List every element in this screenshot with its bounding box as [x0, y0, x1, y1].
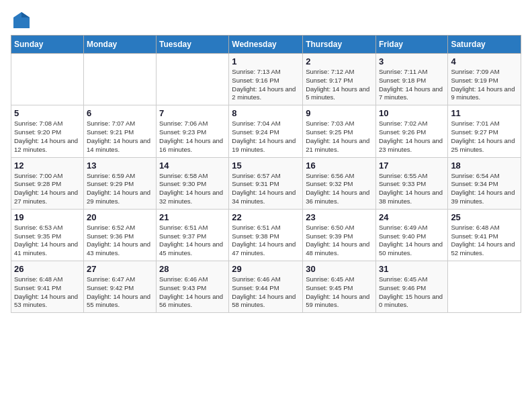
weekday-header-monday: Monday [83, 36, 156, 54]
day-info: Sunrise: 6:51 AM Sunset: 9:37 PM Dayligh… [159, 224, 226, 258]
logo-icon [12, 11, 31, 30]
day-info: Sunrise: 6:46 AM Sunset: 9:44 PM Dayligh… [232, 275, 300, 310]
calendar-cell: 22Sunrise: 6:51 AM Sunset: 9:38 PM Dayli… [229, 209, 303, 261]
day-number: 14 [159, 161, 226, 171]
day-info: Sunrise: 6:55 AM Sunset: 9:33 PM Dayligh… [379, 172, 445, 206]
page-header [11, 11, 521, 30]
calendar-cell: 10Sunrise: 7:02 AM Sunset: 9:26 PM Dayli… [375, 105, 447, 157]
day-number: 8 [232, 108, 300, 118]
weekday-header-wednesday: Wednesday [229, 36, 303, 54]
calendar-cell: 23Sunrise: 6:50 AM Sunset: 9:39 PM Dayli… [303, 209, 376, 261]
weekday-row: SundayMondayTuesdayWednesdayThursdayFrid… [11, 36, 521, 54]
day-info: Sunrise: 6:58 AM Sunset: 9:30 PM Dayligh… [159, 172, 226, 206]
day-number: 22 [232, 212, 300, 222]
day-number: 25 [451, 212, 518, 222]
calendar-cell [448, 261, 521, 313]
calendar-cell: 15Sunrise: 6:57 AM Sunset: 9:31 PM Dayli… [229, 157, 303, 209]
calendar-cell: 13Sunrise: 6:59 AM Sunset: 9:29 PM Dayli… [83, 157, 156, 209]
calendar-cell [11, 54, 84, 105]
calendar-cell: 2Sunrise: 7:12 AM Sunset: 9:17 PM Daylig… [303, 54, 376, 105]
day-number: 21 [159, 212, 226, 222]
logo [11, 11, 31, 30]
calendar-cell: 28Sunrise: 6:46 AM Sunset: 9:43 PM Dayli… [157, 261, 229, 313]
calendar-cell: 20Sunrise: 6:52 AM Sunset: 9:36 PM Dayli… [83, 209, 156, 261]
weekday-header-tuesday: Tuesday [157, 36, 229, 54]
day-info: Sunrise: 6:49 AM Sunset: 9:40 PM Dayligh… [379, 224, 445, 258]
svg-marker-1 [21, 12, 30, 17]
day-number: 2 [306, 56, 373, 66]
day-info: Sunrise: 6:48 AM Sunset: 9:41 PM Dayligh… [14, 275, 81, 310]
day-number: 4 [451, 56, 518, 66]
day-info: Sunrise: 6:56 AM Sunset: 9:32 PM Dayligh… [306, 172, 373, 206]
weekday-header-friday: Friday [375, 36, 447, 54]
calendar-cell [157, 54, 229, 105]
day-info: Sunrise: 6:46 AM Sunset: 9:43 PM Dayligh… [159, 275, 226, 310]
day-number: 19 [14, 212, 81, 222]
day-info: Sunrise: 6:50 AM Sunset: 9:39 PM Dayligh… [306, 224, 373, 258]
day-number: 31 [379, 264, 445, 274]
calendar-header: SundayMondayTuesdayWednesdayThursdayFrid… [11, 36, 521, 54]
calendar-week-2: 5Sunrise: 7:08 AM Sunset: 9:20 PM Daylig… [11, 105, 521, 157]
day-info: Sunrise: 7:07 AM Sunset: 9:21 PM Dayligh… [87, 120, 153, 154]
day-number: 6 [87, 108, 153, 118]
day-number: 29 [232, 264, 300, 274]
day-info: Sunrise: 7:08 AM Sunset: 9:20 PM Dayligh… [14, 120, 81, 154]
calendar-cell: 29Sunrise: 6:46 AM Sunset: 9:44 PM Dayli… [229, 261, 303, 313]
calendar-cell: 18Sunrise: 6:54 AM Sunset: 9:34 PM Dayli… [448, 157, 521, 209]
calendar-cell: 16Sunrise: 6:56 AM Sunset: 9:32 PM Dayli… [303, 157, 376, 209]
calendar-cell: 27Sunrise: 6:47 AM Sunset: 9:42 PM Dayli… [83, 261, 156, 313]
calendar-cell: 1Sunrise: 7:13 AM Sunset: 9:16 PM Daylig… [229, 54, 303, 105]
day-info: Sunrise: 7:02 AM Sunset: 9:26 PM Dayligh… [379, 120, 445, 154]
weekday-header-sunday: Sunday [11, 36, 84, 54]
day-number: 10 [379, 108, 445, 118]
calendar-cell: 7Sunrise: 7:06 AM Sunset: 9:23 PM Daylig… [157, 105, 229, 157]
calendar-body: 1Sunrise: 7:13 AM Sunset: 9:16 PM Daylig… [11, 54, 521, 313]
day-number: 28 [159, 264, 226, 274]
calendar-cell: 24Sunrise: 6:49 AM Sunset: 9:40 PM Dayli… [375, 209, 447, 261]
calendar-cell: 11Sunrise: 7:01 AM Sunset: 9:27 PM Dayli… [448, 105, 521, 157]
day-number: 11 [451, 108, 518, 118]
calendar-week-3: 12Sunrise: 7:00 AM Sunset: 9:28 PM Dayli… [11, 157, 521, 209]
calendar-week-4: 19Sunrise: 6:53 AM Sunset: 9:35 PM Dayli… [11, 209, 521, 261]
calendar-cell: 8Sunrise: 7:04 AM Sunset: 9:24 PM Daylig… [229, 105, 303, 157]
calendar-cell: 5Sunrise: 7:08 AM Sunset: 9:20 PM Daylig… [11, 105, 84, 157]
calendar-cell: 19Sunrise: 6:53 AM Sunset: 9:35 PM Dayli… [11, 209, 84, 261]
day-info: Sunrise: 7:01 AM Sunset: 9:27 PM Dayligh… [451, 120, 518, 154]
day-info: Sunrise: 6:51 AM Sunset: 9:38 PM Dayligh… [232, 224, 300, 258]
day-number: 27 [87, 264, 153, 274]
day-number: 15 [232, 161, 300, 171]
day-info: Sunrise: 7:06 AM Sunset: 9:23 PM Dayligh… [159, 120, 226, 154]
calendar-cell: 12Sunrise: 7:00 AM Sunset: 9:28 PM Dayli… [11, 157, 84, 209]
day-number: 20 [87, 212, 153, 222]
calendar-cell: 17Sunrise: 6:55 AM Sunset: 9:33 PM Dayli… [375, 157, 447, 209]
day-info: Sunrise: 7:09 AM Sunset: 9:19 PM Dayligh… [451, 68, 518, 102]
calendar-cell: 25Sunrise: 6:48 AM Sunset: 9:41 PM Dayli… [448, 209, 521, 261]
day-number: 7 [159, 108, 226, 118]
day-number: 24 [379, 212, 445, 222]
day-info: Sunrise: 6:53 AM Sunset: 9:35 PM Dayligh… [14, 224, 81, 258]
day-info: Sunrise: 6:57 AM Sunset: 9:31 PM Dayligh… [232, 172, 300, 206]
calendar-cell: 26Sunrise: 6:48 AM Sunset: 9:41 PM Dayli… [11, 261, 84, 313]
day-number: 12 [14, 161, 81, 171]
day-number: 18 [451, 161, 518, 171]
calendar-week-5: 26Sunrise: 6:48 AM Sunset: 9:41 PM Dayli… [11, 261, 521, 313]
day-number: 3 [379, 56, 445, 66]
weekday-header-thursday: Thursday [303, 36, 376, 54]
day-info: Sunrise: 6:47 AM Sunset: 9:42 PM Dayligh… [87, 275, 153, 310]
calendar-week-1: 1Sunrise: 7:13 AM Sunset: 9:16 PM Daylig… [11, 54, 521, 105]
calendar-cell: 4Sunrise: 7:09 AM Sunset: 9:19 PM Daylig… [448, 54, 521, 105]
weekday-header-saturday: Saturday [448, 36, 521, 54]
day-number: 16 [306, 161, 373, 171]
day-info: Sunrise: 7:04 AM Sunset: 9:24 PM Dayligh… [232, 120, 300, 154]
day-info: Sunrise: 6:52 AM Sunset: 9:36 PM Dayligh… [87, 224, 153, 258]
calendar-table: SundayMondayTuesdayWednesdayThursdayFrid… [11, 35, 521, 313]
calendar-cell: 9Sunrise: 7:03 AM Sunset: 9:25 PM Daylig… [303, 105, 376, 157]
calendar-cell: 6Sunrise: 7:07 AM Sunset: 9:21 PM Daylig… [83, 105, 156, 157]
day-number: 1 [232, 56, 300, 66]
calendar-cell: 3Sunrise: 7:11 AM Sunset: 9:18 PM Daylig… [375, 54, 447, 105]
day-info: Sunrise: 7:13 AM Sunset: 9:16 PM Dayligh… [232, 68, 300, 102]
day-number: 13 [87, 161, 153, 171]
day-info: Sunrise: 7:00 AM Sunset: 9:28 PM Dayligh… [14, 172, 81, 206]
day-number: 9 [306, 108, 373, 118]
day-info: Sunrise: 6:54 AM Sunset: 9:34 PM Dayligh… [451, 172, 518, 206]
